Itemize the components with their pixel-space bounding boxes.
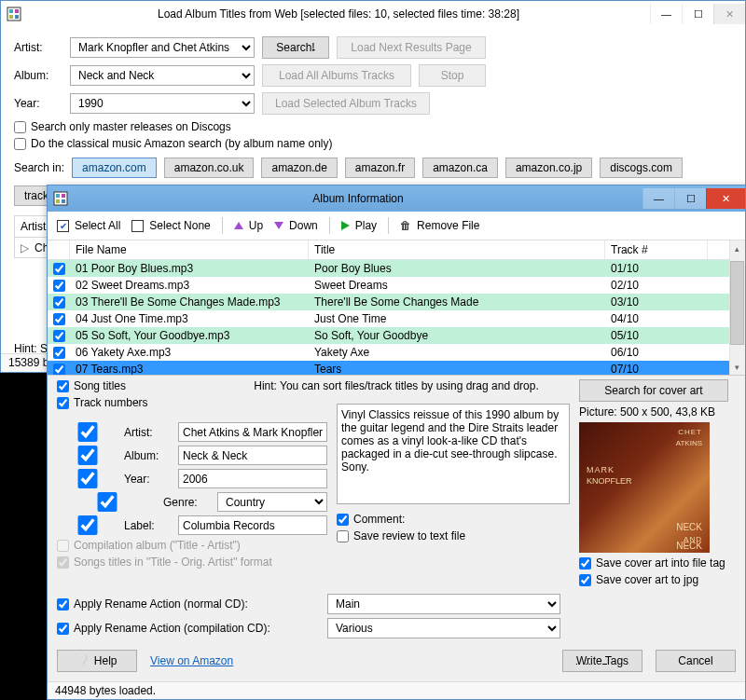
track-row[interactable]: 03 There'll Be Some Changes Made.mp3Ther… xyxy=(48,294,745,310)
artist-combo[interactable]: Mark Knopfler and Chet Atkins xyxy=(70,37,255,58)
year-combo[interactable]: 1990 xyxy=(70,93,255,114)
move-down-button[interactable]: Down xyxy=(274,219,318,232)
cover-art-image: CHETATKINS MARKKNOPFLER NECKANDNECK xyxy=(579,422,710,553)
site-amazon-de[interactable]: amazon.de xyxy=(261,158,337,178)
album-label: Album: xyxy=(14,69,62,82)
track-row[interactable]: 05 So Soft, Your Goodbye.mp3So Soft, You… xyxy=(48,327,745,344)
svg-rect-8 xyxy=(56,199,60,203)
maximize-button[interactable]: ☐ xyxy=(674,188,706,209)
year-field[interactable] xyxy=(178,469,327,488)
artist-field[interactable] xyxy=(178,422,327,442)
year-label: Year: xyxy=(14,97,62,110)
save-review-checkbox[interactable]: Save review to text file xyxy=(337,529,570,542)
scroll-down-icon[interactable]: ▾ xyxy=(729,359,745,375)
track-title: Yakety Axe xyxy=(309,345,605,360)
track-checkbox[interactable] xyxy=(53,364,65,376)
orig-artist-checkbox: Songs titles in "Title - Orig. Artist" f… xyxy=(57,556,327,569)
track-filename: 04 Just One Time.mp3 xyxy=(70,311,309,326)
track-checkbox[interactable] xyxy=(53,313,65,325)
track-checkbox[interactable] xyxy=(53,263,65,275)
track-title: Tears xyxy=(309,362,605,376)
rename-normal-checkbox[interactable]: Apply Rename Action (normal CD): xyxy=(57,597,318,611)
review-textarea[interactable]: Vinyl Classics reissue of this 1990 albu… xyxy=(337,404,570,504)
minimize-button[interactable]: — xyxy=(650,4,682,24)
scrollbar[interactable]: ▴ ▾ xyxy=(729,240,745,375)
track-numbers-checkbox[interactable]: Track numbers xyxy=(57,396,327,409)
picture-info: Picture: 500 x 500, 43,8 KB xyxy=(579,405,746,419)
remove-file-button[interactable]: 🗑Remove File xyxy=(400,219,479,232)
album-combo[interactable]: Neck and Neck xyxy=(70,65,255,86)
select-none-button[interactable]: Select None xyxy=(131,219,210,232)
master-releases-checkbox[interactable]: Search only master releases on Discogs xyxy=(14,120,732,133)
site-amazon-fr[interactable]: amazon.fr xyxy=(345,158,415,178)
site-amazon-co-uk[interactable]: amazon.co.uk xyxy=(164,158,255,178)
col-title[interactable]: Title xyxy=(309,240,605,259)
track-checkbox[interactable] xyxy=(53,280,65,292)
track-row[interactable]: 06 Yakety Axe.mp3Yakety Axe06/10 xyxy=(48,344,745,361)
album-information-window: Album Information — ☐ ✕ ✔Select All Sele… xyxy=(47,185,746,700)
rename-normal-select[interactable]: Main xyxy=(327,594,560,614)
child-statusbar: 44948 bytes loaded. xyxy=(48,681,745,699)
classical-search-checkbox[interactable]: Do the classical music Amazon search (by… xyxy=(14,137,732,150)
album-checkbox[interactable] xyxy=(57,446,118,465)
close-button[interactable]: ✕ xyxy=(713,4,745,24)
search-cover-art-button[interactable]: Search for cover art xyxy=(579,379,728,402)
save-tag-checkbox[interactable]: Save cover art into file tag xyxy=(579,556,746,570)
write-tags-button[interactable]: Write Tags xyxy=(562,650,642,672)
view-on-amazon-link[interactable]: View on Amazon xyxy=(150,654,233,667)
svg-rect-2 xyxy=(15,9,19,13)
track-filename: 06 Yakety Axe.mp3 xyxy=(70,345,309,360)
track-filename: 02 Sweet Dreams.mp3 xyxy=(70,278,309,293)
rename-comp-select[interactable]: Various xyxy=(327,618,560,638)
load-all-tracks-button[interactable]: Load All Albums Tracks xyxy=(262,64,411,87)
close-button[interactable]: ✕ xyxy=(706,188,745,209)
label-field[interactable] xyxy=(178,515,327,535)
play-icon xyxy=(341,221,350,230)
load-selected-tracks-button[interactable]: Load Selected Album Tracks xyxy=(262,92,430,115)
track-row[interactable]: 07 Tears.mp3Tears07/10 xyxy=(48,361,745,376)
search-button[interactable]: Search! xyxy=(262,36,329,59)
cancel-button[interactable]: Cancel xyxy=(656,650,736,672)
artist-checkbox[interactable] xyxy=(57,422,118,442)
track-title: There'll Be Some Changes Made xyxy=(309,295,605,309)
site-amazon-co-jp[interactable]: amazon.co.jp xyxy=(505,158,592,178)
label-checkbox[interactable] xyxy=(57,515,118,535)
scrollbar-thumb[interactable] xyxy=(730,261,744,345)
col-track[interactable]: Track # xyxy=(605,240,708,259)
track-title: Just One Time xyxy=(309,311,605,326)
scroll-up-icon[interactable]: ▴ xyxy=(729,240,745,256)
site-amazon-com[interactable]: amazon.com xyxy=(72,158,157,178)
track-row[interactable]: 04 Just One Time.mp3Just One Time04/10 xyxy=(48,310,745,327)
track-checkbox[interactable] xyxy=(53,330,65,342)
play-button[interactable]: Play xyxy=(341,219,377,232)
help-button[interactable]: ❔ Help xyxy=(57,650,137,672)
move-up-button[interactable]: Up xyxy=(234,219,263,232)
year-checkbox[interactable] xyxy=(57,469,118,488)
col-filename[interactable]: File Name xyxy=(70,240,309,259)
track-number: 01/10 xyxy=(605,261,708,276)
site-amazon-ca[interactable]: amazon.ca xyxy=(422,158,498,178)
rename-comp-checkbox[interactable]: Apply Rename Action (compilation CD): xyxy=(57,622,318,635)
site-discogs[interactable]: discogs.com xyxy=(600,158,683,178)
app-icon xyxy=(7,7,21,21)
song-titles-checkbox[interactable]: Song titles xyxy=(57,379,327,392)
track-number: 07/10 xyxy=(605,362,708,376)
album-field[interactable] xyxy=(178,446,327,465)
track-number: 05/10 xyxy=(605,328,708,343)
load-next-button[interactable]: Load Next Results Page xyxy=(337,36,486,59)
stop-button[interactable]: Stop xyxy=(419,64,486,87)
save-jpg-checkbox[interactable]: Save cover art to jpg xyxy=(579,573,746,586)
triangle-down-icon xyxy=(274,222,283,229)
track-checkbox[interactable] xyxy=(53,296,65,309)
track-checkbox[interactable] xyxy=(53,347,65,359)
comment-checkbox[interactable]: Comment: xyxy=(337,513,570,526)
maximize-button[interactable]: ☐ xyxy=(682,4,713,24)
minimize-button[interactable]: — xyxy=(642,188,674,209)
track-row[interactable]: 01 Poor Boy Blues.mp3Poor Boy Blues01/10 xyxy=(48,260,745,277)
genre-field[interactable]: Country xyxy=(217,492,327,512)
track-number: 02/10 xyxy=(605,278,708,293)
track-filename: 05 So Soft, Your Goodbye.mp3 xyxy=(70,328,309,343)
genre-checkbox[interactable] xyxy=(57,492,158,512)
select-all-button[interactable]: ✔Select All xyxy=(57,219,120,232)
track-row[interactable]: 02 Sweet Dreams.mp3Sweet Dreams02/10 xyxy=(48,277,745,294)
